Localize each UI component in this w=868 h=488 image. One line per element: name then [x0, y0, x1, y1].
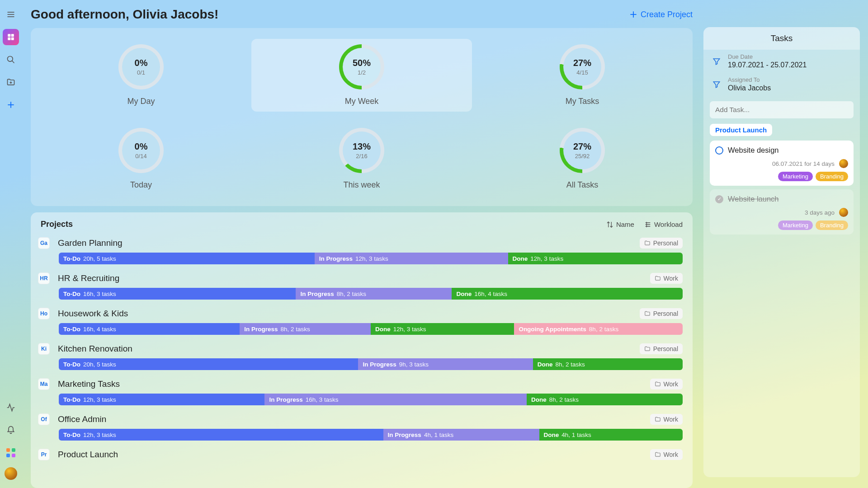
left-rail — [0, 0, 22, 488]
topbar: Good afternoon, Olivia Jacobs! Create Pr… — [31, 7, 693, 22]
filter-value: Olivia Jacobs — [728, 84, 771, 92]
task-meta: 3 days ago — [805, 209, 835, 216]
stat-fraction: 25/92 — [575, 153, 590, 160]
project-row[interactable]: HR HR & Recruiting Work To-Do16h, 3 task… — [31, 269, 693, 304]
stat-card[interactable]: 0% 0/14 Today — [31, 122, 251, 195]
project-row[interactable]: Pr Product Launch Work — [31, 445, 693, 462]
stat-percent: 0% — [135, 141, 148, 152]
task-filter[interactable]: Due Date 19.07.2021 - 25.07.2021 — [703, 50, 860, 73]
stats-grid: 0% 0/1 My Day 50% 1/2 My Week 27% 4/15 M… — [31, 28, 693, 206]
tag[interactable]: Branding — [816, 172, 848, 181]
stat-label: My Tasks — [566, 97, 599, 106]
project-name: Housework & Kids — [58, 309, 128, 319]
sort-by-workload[interactable]: Workload — [644, 221, 683, 228]
apps-icon[interactable] — [3, 445, 19, 461]
search-icon[interactable] — [3, 52, 19, 68]
project-category-chip[interactable]: Work — [650, 414, 683, 425]
task-meta: 06.07.2021 for 14 days — [772, 160, 835, 167]
status-segment[interactable]: To-Do12h, 3 tasks — [59, 429, 383, 441]
stat-fraction: 1/2 — [358, 69, 366, 76]
folder-add-icon[interactable] — [3, 74, 19, 90]
project-category-chip[interactable]: Personal — [640, 308, 683, 319]
task-card[interactable]: Website design 06.07.2021 for 14 days Ma… — [710, 141, 854, 186]
status-segment[interactable]: To-Do20h, 5 tasks — [59, 253, 315, 264]
project-abbr-badge: Ho — [38, 308, 50, 319]
status-segment[interactable]: To-Do12h, 3 tasks — [59, 394, 264, 405]
tag[interactable]: Marketing — [778, 221, 813, 230]
stat-label: My Day — [127, 97, 155, 106]
page-title: Good afternoon, Olivia Jacobs! — [31, 7, 218, 22]
task-check-icon[interactable] — [715, 146, 723, 155]
bell-icon[interactable] — [3, 422, 19, 438]
project-abbr-badge: Ma — [38, 378, 50, 390]
status-segment[interactable]: To-Do16h, 4 tasks — [59, 323, 240, 335]
status-segment[interactable]: In Progress8h, 2 tasks — [296, 288, 452, 300]
stat-percent: 50% — [353, 58, 371, 68]
stat-card[interactable]: 27% 4/15 My Tasks — [472, 39, 693, 112]
status-segment[interactable]: Done12h, 3 tasks — [508, 253, 683, 264]
sort-by-name[interactable]: Name — [606, 221, 634, 228]
stat-fraction: 0/1 — [137, 69, 145, 76]
stat-card[interactable]: 13% 2/16 This week — [251, 122, 472, 195]
project-abbr-badge: Ga — [38, 237, 50, 249]
stat-card[interactable]: 0% 0/1 My Day — [31, 39, 251, 112]
tag[interactable]: Marketing — [778, 172, 813, 181]
home-icon[interactable] — [3, 29, 19, 45]
workload-bar: To-Do12h, 3 tasks In Progress16h, 3 task… — [59, 394, 683, 405]
status-segment[interactable]: In Progress16h, 3 tasks — [264, 394, 527, 405]
project-row[interactable]: Ki Kitchen Renovation Personal To-Do20h,… — [31, 339, 693, 375]
status-segment[interactable]: Done12h, 3 tasks — [371, 323, 514, 335]
tag[interactable]: Branding — [816, 221, 848, 230]
stat-card[interactable]: 27% 25/92 All Tasks — [472, 122, 693, 195]
workload-bar: To-Do12h, 3 tasks In Progress4h, 1 tasks… — [59, 429, 683, 441]
stat-percent: 0% — [135, 58, 148, 68]
project-category-chip[interactable]: Work — [650, 449, 683, 460]
activity-icon[interactable] — [3, 399, 19, 416]
status-segment[interactable]: In Progress12h, 3 tasks — [315, 253, 508, 264]
status-segment[interactable]: In Progress4h, 1 tasks — [383, 429, 539, 441]
add-task-input[interactable] — [710, 101, 854, 118]
folder-icon — [644, 346, 651, 352]
progress-ring-icon: 50% 1/2 — [339, 44, 384, 89]
stat-fraction: 2/16 — [356, 153, 367, 160]
status-segment[interactable]: To-Do20h, 5 tasks — [59, 358, 358, 370]
filter-label: Due Date — [728, 53, 807, 60]
avatar[interactable] — [5, 467, 17, 480]
plus-icon[interactable] — [3, 97, 19, 113]
project-row[interactable]: Ma Marketing Tasks Work To-Do12h, 3 task… — [31, 375, 693, 410]
project-abbr-badge: Pr — [38, 449, 50, 460]
menu-icon[interactable] — [3, 6, 19, 23]
project-category-chip[interactable]: Personal — [640, 238, 683, 249]
task-check-icon[interactable]: ✓ — [715, 195, 723, 203]
project-row[interactable]: Ho Housework & Kids Personal To-Do16h, 4… — [31, 304, 693, 339]
progress-ring-icon: 13% 2/16 — [339, 128, 384, 173]
project-row[interactable]: Ga Garden Planning Personal To-Do20h, 5 … — [31, 234, 693, 269]
task-filter[interactable]: Assigned To Olivia Jacobs — [703, 73, 860, 96]
folder-icon — [655, 275, 661, 282]
status-segment[interactable]: Done16h, 4 tasks — [452, 288, 683, 300]
folder-icon — [655, 416, 661, 422]
progress-ring-icon: 27% 4/15 — [560, 44, 605, 89]
status-segment[interactable]: To-Do16h, 3 tasks — [59, 288, 296, 300]
status-segment[interactable]: In Progress8h, 2 tasks — [240, 323, 371, 335]
project-row[interactable]: Of Office Admin Work To-Do12h, 3 tasks I… — [31, 410, 693, 445]
status-segment[interactable]: In Progress9h, 3 tasks — [358, 358, 533, 370]
create-project-button[interactable]: Create Project — [629, 10, 693, 19]
project-name: Marketing Tasks — [58, 379, 120, 389]
project-category-chip[interactable]: Work — [650, 273, 683, 284]
status-segment[interactable]: Done8h, 2 tasks — [527, 394, 683, 405]
task-section-pill[interactable]: Product Launch — [710, 124, 772, 136]
project-category-chip[interactable]: Work — [650, 379, 683, 389]
folder-icon — [644, 310, 651, 317]
task-card[interactable]: ✓ Website launch 3 days ago MarketingBra… — [710, 189, 854, 235]
status-segment[interactable]: Done4h, 1 tasks — [539, 429, 683, 441]
status-segment[interactable]: Ongoing Appointments8h, 2 tasks — [514, 323, 683, 335]
assignee-avatar[interactable] — [839, 208, 848, 217]
stat-card[interactable]: 50% 1/2 My Week — [251, 39, 472, 112]
status-segment[interactable]: Done8h, 2 tasks — [533, 358, 683, 370]
project-category-chip[interactable]: Personal — [640, 343, 683, 354]
svg-rect-5 — [8, 38, 10, 40]
create-project-label: Create Project — [641, 10, 693, 19]
assignee-avatar[interactable] — [839, 159, 848, 168]
workload-bar: To-Do16h, 4 tasks In Progress8h, 2 tasks… — [59, 323, 683, 335]
